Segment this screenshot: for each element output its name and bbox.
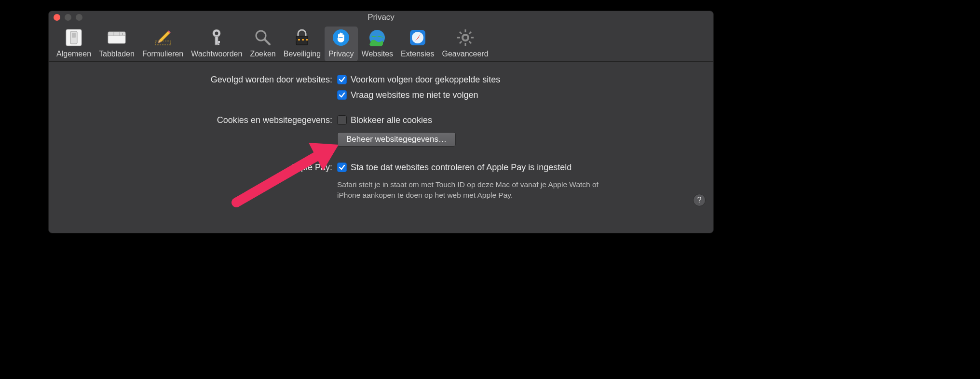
tab-label: Privacy	[328, 50, 354, 58]
applepay-section: Apple Pay: Sta toe dat websites controle…	[62, 161, 700, 201]
checkbox-icon	[337, 75, 347, 84]
tab-label: Websites	[362, 50, 394, 58]
svg-rect-32	[459, 31, 462, 34]
tab-label: Formulieren	[142, 50, 183, 58]
checkbox-icon	[337, 90, 347, 100]
tabs-icon: +	[107, 27, 127, 48]
checkbox-label: Voorkom volgen door gekoppelde sites	[351, 73, 500, 86]
pencil-icon	[153, 27, 173, 48]
svg-rect-28	[457, 37, 460, 39]
svg-rect-20	[304, 39, 306, 41]
compass-icon	[408, 27, 428, 48]
manage-website-data-button[interactable]: Beheer websitegegevens…	[337, 132, 456, 147]
applepay-description: Safari stelt je in staat om met Touch ID…	[337, 179, 607, 201]
svg-rect-29	[471, 37, 474, 39]
section-label: Apple Pay:	[62, 161, 337, 201]
svg-rect-26	[464, 29, 466, 32]
tab-label: Wachtwoorden	[191, 50, 242, 58]
tab-passwords[interactable]: Wachtwoorden	[187, 27, 246, 61]
do-not-track-checkbox[interactable]: Vraag websites me niet te volgen	[337, 89, 700, 101]
tab-label: Algemeen	[56, 50, 91, 58]
applepay-checkbox[interactable]: Sta toe dat websites controleren of Appl…	[337, 161, 700, 174]
checkbox-label: Blokkeer alle cookies	[351, 114, 432, 126]
titlebar: Privacy	[49, 11, 713, 24]
svg-rect-19	[300, 39, 302, 41]
zoom-button[interactable]	[76, 14, 82, 21]
gear-icon	[455, 27, 476, 48]
svg-line-15	[265, 40, 270, 44]
tab-search[interactable]: Zoeken	[246, 27, 279, 61]
checkbox-label: Vraag websites me niet te volgen	[351, 89, 478, 101]
lock-icon	[292, 27, 312, 48]
window-controls	[54, 14, 82, 21]
tab-general[interactable]: Algemeen	[53, 27, 95, 61]
close-button[interactable]	[54, 14, 60, 21]
svg-rect-27	[464, 43, 466, 46]
tab-privacy[interactable]: Privacy	[325, 27, 357, 61]
svg-rect-8	[155, 41, 171, 45]
section-label: Gevolgd worden door websites:	[62, 73, 337, 101]
tab-forms[interactable]: Formulieren	[138, 27, 187, 61]
preferences-content: Gevolgd worden door websites: Voorkom vo…	[49, 62, 713, 214]
window-title: Privacy	[368, 13, 395, 22]
hand-icon	[331, 27, 351, 48]
tab-label: Tabbladen	[99, 50, 135, 58]
preferences-window: Privacy Algemeen + Tabbladen Formulieren	[48, 11, 714, 233]
tracking-section: Gevolgd worden door websites: Voorkom vo…	[62, 73, 700, 101]
tab-label: Extensies	[401, 50, 434, 58]
tab-advanced[interactable]: Geavanceerd	[438, 27, 492, 61]
cookies-section: Cookies en websitegegevens: Blokkeer all…	[62, 114, 700, 147]
switch-icon	[64, 27, 84, 48]
checkbox-label: Sta toe dat websites controleren of Appl…	[351, 161, 572, 174]
tab-label: Zoeken	[250, 50, 275, 58]
svg-text:+: +	[122, 32, 124, 36]
globe-icon	[367, 27, 387, 48]
svg-rect-12	[218, 41, 220, 43]
prevent-tracking-checkbox[interactable]: Voorkom volgen door gekoppelde sites	[337, 73, 700, 86]
svg-point-34	[463, 36, 467, 40]
tab-label: Geavanceerd	[442, 50, 488, 58]
svg-rect-33	[468, 41, 471, 44]
svg-rect-18	[296, 39, 298, 41]
svg-rect-31	[459, 41, 462, 44]
section-label: Cookies en websitegegevens:	[62, 114, 337, 147]
search-icon	[253, 27, 273, 48]
tab-websites[interactable]: Websites	[358, 27, 397, 61]
checkbox-icon	[337, 115, 347, 125]
preferences-toolbar: Algemeen + Tabbladen Formulieren Wachtwo…	[49, 24, 713, 62]
minimize-button[interactable]	[65, 14, 71, 21]
svg-point-10	[215, 32, 218, 35]
svg-rect-13	[218, 43, 219, 45]
checkbox-icon	[337, 162, 347, 172]
tab-security[interactable]: Beveiliging	[280, 27, 325, 61]
help-button[interactable]: ?	[693, 194, 706, 206]
block-cookies-checkbox[interactable]: Blokkeer alle cookies	[337, 114, 700, 126]
tab-tabs[interactable]: + Tabbladen	[95, 27, 138, 61]
key-icon	[206, 27, 227, 48]
svg-rect-11	[215, 36, 218, 45]
tab-label: Beveiliging	[284, 50, 321, 58]
svg-rect-30	[468, 31, 471, 34]
svg-rect-2	[72, 33, 76, 38]
tab-extensions[interactable]: Extensies	[397, 27, 438, 61]
